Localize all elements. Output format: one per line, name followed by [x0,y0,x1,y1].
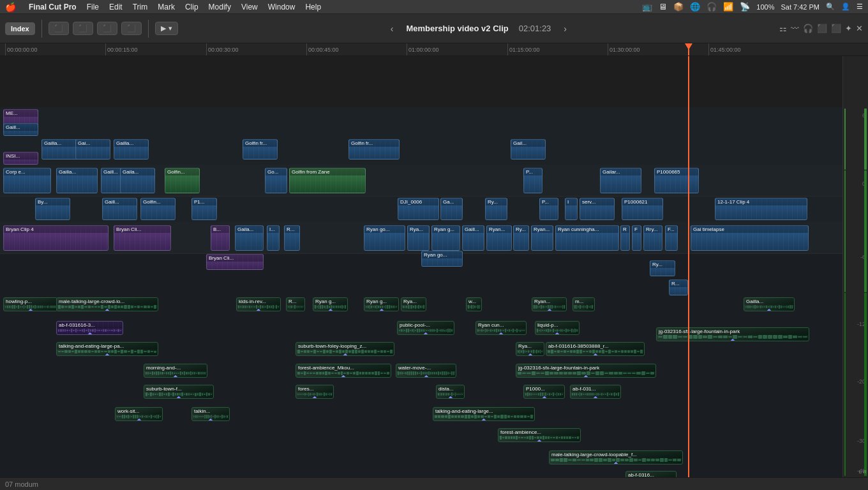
clip-waterMove_a[interactable]: water-move-... [396,364,456,378]
clip-b_pv[interactable]: B... [211,225,230,251]
clip-talkeat_a[interactable]: talking-and-eating-large... [433,407,535,421]
clip-golfin_z[interactable]: Golfin from Zane [289,168,366,193]
clip-rya_pv[interactable]: Rya... [407,225,430,251]
clip-corp_e[interactable]: Corp e... [3,168,51,193]
clip-serv_s[interactable]: serv... [580,198,615,220]
clip-bryan4[interactable]: Bryan Clip 4 [3,225,108,251]
clip-ryancun_a[interactable]: Ryan cun... [475,321,527,335]
clip-p1000621[interactable]: P1000621 [622,198,663,220]
close-icon[interactable]: ✕ [856,24,863,33]
clip-bryancli_b[interactable]: Bryan Cli... [206,254,264,270]
clip-dji_s[interactable]: DJI_0006 [398,198,439,220]
headphones-icon[interactable]: 🎧 [707,2,717,11]
clip-liquid_a[interactable]: liquid-p... [535,321,580,335]
clip-clip4_s[interactable]: 12-1-17 Clip 4 [715,198,807,220]
waveform-icon[interactable]: 〰 [791,24,799,33]
airplay-icon[interactable]: 📺 [642,2,652,11]
clip-ryango_pv[interactable]: Ryan go... [364,225,405,251]
audio-icon[interactable]: 🎧 [803,24,813,33]
menu-modify[interactable]: Modify [209,3,231,11]
app-name[interactable]: Final Cut Pro [29,3,77,11]
clip-ry_b[interactable]: Ry... [650,260,675,276]
clip-p1000_a[interactable]: P1000... [523,385,565,399]
clip-insi_clip[interactable]: INSI... [3,152,38,165]
clip-f_pv[interactable]: F [632,225,641,251]
clip-p_m1[interactable]: P... [523,168,542,193]
effects-icon[interactable]: ✦ [845,24,852,33]
clip-ga_s[interactable]: Ga... [440,198,463,220]
layout-icon-2[interactable]: ⬛ [73,22,93,35]
clip-morning_a[interactable]: morning-and-... [144,364,207,378]
clip-suburb2_a[interactable]: suburb-town-f... [144,385,214,399]
timeline[interactable]: ME...Gaill...INSI...Gailla...Gai...Gaill… [0,56,842,477]
clip-golfin_m[interactable]: Golfin... [165,168,200,193]
clip-ry_s[interactable]: Ry... [485,198,507,220]
network-icon[interactable]: 🌐 [690,2,700,11]
clip-w_a[interactable]: w... [466,297,482,311]
clip-golfin_s[interactable]: Golfin... [140,198,176,220]
clip-i_pv[interactable]: I... [267,225,280,251]
clip-r_pv2[interactable]: R [620,225,630,251]
clip-talkin_a[interactable]: talkin... [191,407,230,421]
clip-forest_a2[interactable]: forest-ambience_Mkou... [296,364,391,378]
clip-suburb_a[interactable]: suburb-town-foley-looping_z... [296,342,394,356]
index-button[interactable]: Index [5,22,35,35]
clip-p1000665[interactable]: P1000665 [654,168,699,193]
clip-ryan_pv2[interactable]: Ryan... [531,225,553,251]
clip-ryang2_a[interactable]: Ryan g... [364,297,399,311]
clip-ryan_pv[interactable]: Ryan... [486,225,512,251]
connections-icon[interactable]: ⚏ [779,24,787,33]
clip-bryan_c2[interactable]: Bryan Cli... [114,225,171,251]
search-icon[interactable]: 🔍 [826,3,835,11]
clip-howling_a[interactable]: howling-p... [3,297,57,311]
clip-public_a[interactable]: public-pool-... [397,321,454,335]
clip-golffr_top[interactable]: Golfin fr... [243,139,278,160]
bluetooth-icon[interactable]: 📶 [723,2,733,11]
clip-f_pv2[interactable]: F... [665,225,678,251]
clip-forestAmb_a[interactable]: forest-ambience... [498,428,581,442]
clip-abf3_a[interactable]: ab-f-031... [570,385,621,399]
menu-trim[interactable]: Trim [133,3,148,11]
clip-workSit_a[interactable]: work-sit... [115,407,163,421]
wifi-icon[interactable]: 📡 [740,2,750,11]
clip-gailla_a[interactable]: Gailla... [744,297,795,311]
clip-gailla_m1[interactable]: Gailla... [56,168,98,193]
clip-male_a[interactable]: male-talking-large-crowd-lo... [56,297,158,311]
dropbox-icon[interactable]: 📦 [673,2,684,11]
clip-rya_a2[interactable]: Rya... [516,342,544,356]
list-menu-icon[interactable]: ☰ [857,3,863,11]
clip-ryan_a[interactable]: Ryan... [532,297,567,311]
clip-gaill_s[interactable]: Gaill... [102,198,137,220]
clip-rya2_a[interactable]: Rya... [401,297,426,311]
layout-icon-3[interactable]: ⬛ [97,22,117,35]
menu-clip[interactable]: Clip [185,3,198,11]
clip-gai_2[interactable]: Gai... [75,139,110,160]
clip-dista_a[interactable]: dista... [436,385,465,399]
playhead-indicator[interactable] [688,43,689,56]
layout-icon-1[interactable]: ⬛ [49,22,69,35]
clip-ryang_pv2[interactable]: Ryan g... [431,225,460,251]
nav-back-button[interactable]: ‹ [388,22,396,35]
clip-talking_a[interactable]: talking-and-eating-large-pa... [56,342,158,356]
clip-golf_top[interactable]: Golfin fr... [348,139,400,160]
clip-fores2_a[interactable]: fores... [296,385,334,399]
menu-help[interactable]: Help [305,3,321,11]
clip-abf2_a[interactable]: ab-f-031616-38503888_r... [546,342,645,356]
clip-r_pv[interactable]: R... [284,225,300,251]
menu-edit[interactable]: Edit [109,3,123,11]
skimmer-icon[interactable]: ⬛ [817,24,827,33]
menu-mark[interactable]: Mark [158,3,175,11]
clip-gaill_pv[interactable]: Gaill... [462,225,484,251]
clip-p_s2[interactable]: P... [539,198,558,220]
clip-maleTalk_a[interactable]: male-talking-large-crowd-loopable_f... [549,450,683,464]
menu-file[interactable]: File [87,3,99,11]
layout-icon-4[interactable]: ⬛ [121,22,142,35]
menu-view[interactable]: View [241,3,258,11]
clip-kids_a[interactable]: kids-in-rev... [236,297,281,311]
clip-ryangoo_a[interactable]: Ryan g... [313,297,348,311]
user-icon[interactable]: 👤 [841,3,850,11]
clip-m_a[interactable]: m... [572,297,595,311]
snap-icon[interactable]: ⬛ [831,24,841,33]
clip-gaila_m4[interactable]: Gailar... [600,168,641,193]
clip-ryango_b[interactable]: Ryan go... [421,251,463,267]
